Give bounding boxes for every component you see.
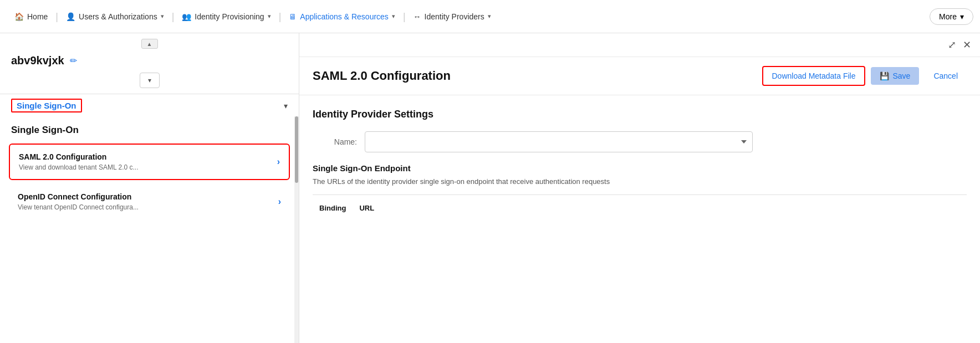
edit-icon[interactable]: ✏: [70, 55, 77, 66]
right-panel: ⤢ ✕ SAML 2.0 Configuration Download Meta…: [299, 33, 980, 343]
scroll-thumb: [295, 116, 298, 183]
download-metadata-button[interactable]: Download Metadata File: [762, 66, 866, 86]
users-icon: 👤: [66, 12, 75, 21]
collapse-row: ▾: [0, 67, 299, 94]
endpoint-table-header: Binding URL: [313, 194, 967, 216]
scroll-up-button[interactable]: ▲: [141, 39, 158, 49]
top-navigation: 🏠 Home | 👤 Users & Authorizations ▾ | 👥 …: [0, 0, 980, 33]
col-binding: Binding: [313, 201, 353, 216]
more-chevron-icon: ▾: [960, 12, 964, 21]
right-actions: Download Metadata File 💾 Save Cancel: [762, 66, 967, 86]
nav-home[interactable]: 🏠 Home: [7, 0, 55, 33]
openid-card-desc: View tenant OpenID Connect configura...: [18, 203, 273, 211]
right-topbar: ⤢ ✕: [299, 33, 980, 57]
left-scrollbar: [294, 83, 299, 343]
saml-card-content: SAML 2.0 Configuration View and download…: [19, 152, 272, 171]
col-url: URL: [353, 201, 381, 216]
close-icon[interactable]: ✕: [963, 39, 971, 51]
expand-icon[interactable]: ⤢: [948, 39, 956, 51]
saml-card-title: SAML 2.0 Configuration: [19, 152, 272, 161]
openid-card-arrow-icon: ›: [278, 197, 281, 207]
nav-identity-provisioning-label: Identity Provisioning: [195, 12, 264, 21]
cancel-button[interactable]: Cancel: [925, 67, 967, 85]
right-header: SAML 2.0 Configuration Download Metadata…: [299, 57, 980, 95]
right-content: Identity Provider Settings Name: Single …: [299, 95, 980, 229]
idp-settings-title: Identity Provider Settings: [313, 109, 967, 120]
users-chevron-icon: ▾: [161, 13, 164, 20]
left-header: abv9kvjxk ✏: [0, 49, 299, 67]
name-label: Name:: [313, 137, 357, 146]
save-button[interactable]: 💾 Save: [871, 67, 919, 85]
collapse-button[interactable]: ▾: [140, 73, 160, 88]
identity-providers-chevron-icon: ▾: [488, 13, 491, 20]
chevron-down-icon: ▾: [148, 76, 151, 84]
sso-block-title: Single Sign-On: [0, 117, 299, 139]
sso-section-header[interactable]: Single Sign-On ▾: [0, 94, 299, 117]
openid-card-content: OpenID Connect Configuration View tenant…: [18, 192, 273, 211]
save-icon: 💾: [880, 71, 889, 80]
scroll-track: [294, 116, 299, 343]
nav-more-label: More: [939, 12, 957, 21]
apps-chevron-icon: ▾: [392, 13, 395, 20]
identity-provisioning-chevron-icon: ▾: [268, 13, 271, 20]
main-layout: ▲ abv9kvjxk ✏ ▾ Single Sign-On ▾ Single …: [0, 33, 980, 343]
nav-more-button[interactable]: More ▾: [930, 8, 973, 25]
sso-endpoint-title: Single Sign-On Endpoint: [313, 163, 967, 173]
saml-card-arrow-icon: ›: [277, 157, 280, 167]
openid-card-title: OpenID Connect Configuration: [18, 192, 273, 201]
identity-provisioning-icon: 👥: [182, 12, 191, 21]
sso-section-label: Single Sign-On: [11, 99, 82, 112]
name-field-row: Name:: [313, 131, 967, 152]
config-title: SAML 2.0 Configuration: [313, 69, 451, 83]
identity-providers-icon: ↔: [414, 12, 421, 21]
nav-identity-providers[interactable]: ↔ Identity Providers ▾: [406, 0, 499, 33]
home-icon: 🏠: [14, 12, 24, 21]
sso-section-chevron-icon: ▾: [284, 101, 288, 110]
left-panel: ▲ abv9kvjxk ✏ ▾ Single Sign-On ▾ Single …: [0, 33, 299, 343]
nav-home-label: Home: [27, 12, 48, 21]
name-select[interactable]: [365, 131, 753, 152]
nav-identity-providers-label: Identity Providers: [425, 12, 484, 21]
saml-config-card[interactable]: SAML 2.0 Configuration View and download…: [9, 144, 290, 180]
nav-apps-resources[interactable]: 🖥 Applications & Resources ▾: [281, 0, 403, 33]
sso-endpoint-desc: The URLs of the identity provider single…: [313, 177, 967, 186]
nav-users-label: Users & Authorizations: [79, 12, 157, 21]
apps-icon: 🖥: [289, 12, 297, 21]
entity-name: abv9kvjxk: [11, 54, 64, 67]
save-button-label: Save: [892, 71, 910, 80]
openid-config-card[interactable]: OpenID Connect Configuration View tenant…: [9, 185, 290, 219]
nav-users[interactable]: 👤 Users & Authorizations ▾: [58, 0, 172, 33]
nav-identity-provisioning[interactable]: 👥 Identity Provisioning ▾: [174, 0, 278, 33]
saml-card-desc: View and download tenant SAML 2.0 c...: [19, 163, 272, 171]
nav-apps-resources-label: Applications & Resources: [300, 12, 389, 21]
scroll-top-area: ▲: [0, 33, 299, 49]
